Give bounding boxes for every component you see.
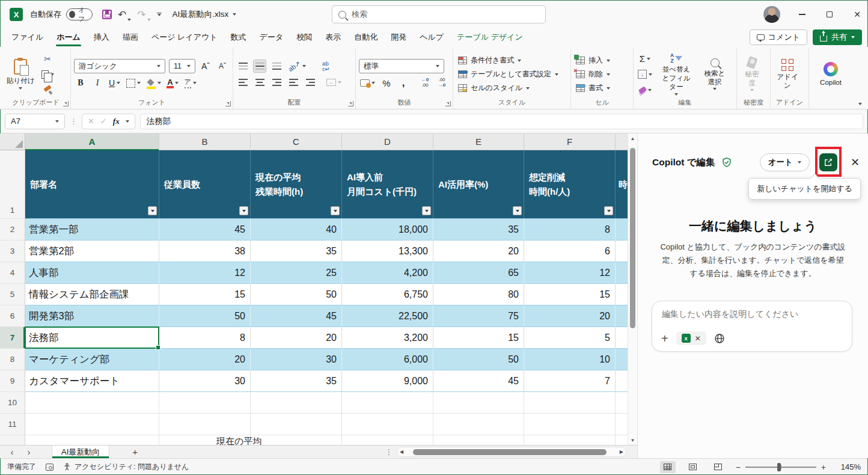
- wrap-text-button[interactable]: abc↵: [319, 60, 332, 73]
- ribbon-tab[interactable]: 数式: [224, 29, 253, 47]
- italic-button[interactable]: I: [91, 76, 104, 90]
- scroll-up-icon[interactable]: ▲: [628, 133, 637, 143]
- page-layout-view-button[interactable]: [685, 461, 701, 473]
- copilot-button[interactable]: Copilot: [812, 51, 849, 98]
- excel-app-icon[interactable]: X: [10, 8, 23, 21]
- ribbon-tab[interactable]: テーブル デザイン: [450, 29, 530, 47]
- filter-button-icon[interactable]: [513, 206, 522, 215]
- cell-A9[interactable]: カスタマーサポート: [25, 370, 159, 392]
- autosum-button[interactable]: Σ: [637, 52, 653, 66]
- row-number-11[interactable]: 11: [0, 414, 25, 435]
- align-right-button[interactable]: [270, 76, 283, 89]
- cell-E4[interactable]: 65: [433, 262, 524, 284]
- cell-B4[interactable]: 12: [159, 262, 251, 284]
- cell-B9[interactable]: 30: [159, 370, 251, 392]
- phonetic-button[interactable]: ア: [183, 76, 198, 90]
- customize-qat-button[interactable]: [157, 13, 162, 17]
- select-all-corner[interactable]: [0, 133, 25, 150]
- ribbon-tab[interactable]: ホーム: [50, 29, 87, 47]
- ribbon-tab[interactable]: 描画: [116, 29, 145, 47]
- new-chat-button[interactable]: [819, 153, 837, 171]
- cell-E9[interactable]: 45: [433, 370, 524, 392]
- delete-cells-button[interactable]: 削除: [574, 68, 612, 81]
- page-break-view-button[interactable]: [711, 461, 726, 473]
- cell-B3[interactable]: 38: [159, 241, 251, 262]
- cell-D11[interactable]: [342, 414, 433, 435]
- cell-D6[interactable]: 22,500: [342, 305, 433, 327]
- sheet-prev-button[interactable]: ‹: [4, 447, 20, 457]
- row-number-6[interactable]: 6: [0, 305, 25, 327]
- undo-button[interactable]: ↶: [118, 8, 131, 21]
- zoom-slider[interactable]: [745, 467, 816, 468]
- increase-indent-button[interactable]: [304, 76, 317, 89]
- horizontal-scrollbar-thumb[interactable]: [413, 449, 607, 455]
- copilot-input-card[interactable]: 編集したい内容を説明してください + x ✕: [652, 301, 852, 352]
- cell-A10[interactable]: [25, 392, 159, 414]
- insert-cells-button[interactable]: 挿入: [574, 54, 612, 67]
- cut-button[interactable]: ✂: [40, 52, 55, 66]
- cell-E2[interactable]: 35: [433, 219, 524, 241]
- filter-button-icon[interactable]: [148, 206, 157, 215]
- header-cell-E1[interactable]: AI活用率(%): [433, 150, 524, 218]
- cell-A2[interactable]: 営業第一部: [25, 219, 159, 241]
- zoom-slider-thumb[interactable]: [777, 463, 781, 471]
- cell-E11[interactable]: [433, 414, 524, 435]
- percent-format-button[interactable]: %: [380, 76, 393, 90]
- align-left-button[interactable]: [236, 76, 249, 89]
- dialog-launcher-icon[interactable]: [225, 101, 231, 106]
- filter-button-icon[interactable]: [331, 206, 340, 215]
- cell-B7[interactable]: 8: [159, 327, 251, 349]
- cell-E10[interactable]: [433, 392, 524, 414]
- ribbon-tab[interactable]: 開発: [384, 29, 413, 47]
- conditional-formatting-button[interactable]: 条件付き書式: [456, 54, 560, 67]
- row-number-10[interactable]: 10: [0, 392, 25, 414]
- ribbon-tab[interactable]: データ: [253, 29, 290, 47]
- vertical-scrollbar-thumb[interactable]: [630, 148, 635, 328]
- cell-A4[interactable]: 人事部: [25, 262, 159, 284]
- sort-filter-button[interactable]: AZ 並べ替えとフィルター: [656, 51, 696, 98]
- scroll-right-icon[interactable]: ▶: [620, 449, 623, 455]
- formula-bar-handle[interactable]: ⋮: [70, 117, 77, 126]
- ribbon-tab[interactable]: ページ レイアウト: [145, 29, 224, 47]
- cell-F9[interactable]: 7: [524, 370, 616, 392]
- header-cell-C1[interactable]: 現在の平均 残業時間(h): [251, 150, 342, 218]
- dialog-launcher-icon[interactable]: [63, 101, 69, 106]
- ribbon-tab[interactable]: 自動化: [347, 29, 384, 47]
- cell-C7[interactable]: 20: [251, 327, 342, 349]
- row-number-4[interactable]: 4: [0, 262, 25, 284]
- confirm-entry-icon[interactable]: ✓: [100, 117, 107, 126]
- cell-C5[interactable]: 50: [251, 284, 342, 305]
- zoom-level[interactable]: 145%: [836, 462, 861, 471]
- insert-function-button[interactable]: fx: [113, 117, 120, 126]
- cell-E7[interactable]: 15: [433, 327, 524, 349]
- cell-F2[interactable]: 8: [524, 219, 616, 241]
- cell-C10[interactable]: [251, 392, 342, 414]
- cell-D4[interactable]: 4,200: [342, 262, 433, 284]
- header-cell-B1[interactable]: 従業員数: [159, 150, 251, 218]
- column-header-D[interactable]: D: [342, 133, 433, 150]
- cell-D3[interactable]: 13,300: [342, 241, 433, 262]
- scroll-down-icon[interactable]: ▼: [628, 435, 637, 445]
- cell-D9[interactable]: 9,000: [342, 370, 433, 392]
- column-header-C[interactable]: C: [251, 133, 342, 150]
- header-cell-D1[interactable]: AI導入前 月間コスト(千円): [342, 150, 433, 218]
- fill-button[interactable]: ↓: [637, 68, 653, 81]
- cell-C8[interactable]: 30: [251, 349, 342, 370]
- borders-button[interactable]: [125, 76, 142, 90]
- increase-font-button[interactable]: Aˆ: [199, 60, 212, 73]
- autosave-toggle[interactable]: オフ: [66, 8, 93, 20]
- zoom-in-button[interactable]: +: [821, 462, 826, 472]
- cell-B11[interactable]: [159, 414, 251, 435]
- row-number-2[interactable]: 2: [0, 219, 25, 241]
- row-number-5[interactable]: 5: [0, 284, 25, 305]
- ribbon-tab[interactable]: 表示: [319, 29, 347, 47]
- increase-decimal-button[interactable]: ←0.00: [418, 76, 432, 90]
- dialog-launcher-icon[interactable]: [348, 101, 353, 106]
- cell-D5[interactable]: 6,750: [342, 284, 433, 305]
- accessibility-status[interactable]: アクセシビリティ: 問題ありません: [63, 462, 189, 472]
- cell-F8[interactable]: 10: [524, 349, 616, 370]
- ribbon-tab[interactable]: 校閲: [290, 29, 319, 47]
- copy-button[interactable]: [40, 68, 55, 81]
- column-header-E[interactable]: E: [433, 133, 524, 150]
- row-number-8[interactable]: 8: [0, 349, 25, 370]
